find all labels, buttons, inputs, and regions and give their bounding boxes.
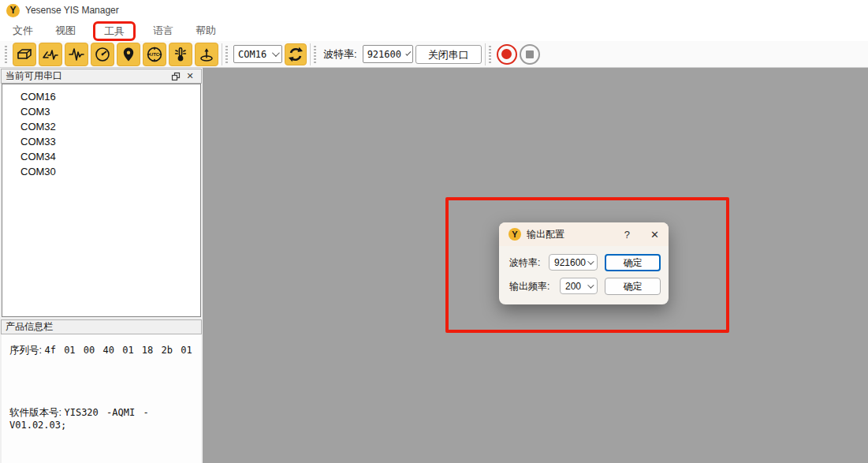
output-frequency-label: 输出频率: <box>509 278 549 295</box>
record-circle-icon[interactable] <box>497 44 517 65</box>
record-dot <box>501 49 512 59</box>
product-info-area: 序列号: 4f 01 00 40 01 18 2b 01 软件版本号: YIS3… <box>2 334 201 463</box>
left-dock-panel: 当前可用串口 ✕ COM16 COM3 COM32 COM33 COM34 CO… <box>0 68 203 463</box>
chevron-down-icon <box>587 258 594 264</box>
close-icon[interactable]: ✕ <box>183 70 197 83</box>
stop-square-icon[interactable] <box>520 44 540 65</box>
dialog-title: 输出配置 <box>527 228 624 241</box>
confirm-baud-button[interactable]: 确定 <box>605 254 661 271</box>
baud-rate-label: 波特率: <box>509 254 540 271</box>
baud-rate-row: 波特率: 921600 确定 <box>499 254 669 271</box>
menu-item-language[interactable]: 语言 <box>148 21 178 40</box>
port-list-item[interactable]: COM33 <box>2 134 200 149</box>
window-title: Yesense YIS Manager <box>25 5 119 16</box>
menu-item-view[interactable]: 视图 <box>50 21 80 40</box>
waveform-icon[interactable] <box>65 43 88 66</box>
ports-panel-header: 当前可用串口 ✕ <box>1 69 202 84</box>
utc-clock-icon[interactable]: UTC <box>143 43 166 66</box>
yesense-logo-icon: Y <box>6 4 20 17</box>
location-pin-icon[interactable] <box>117 43 140 66</box>
info-panel-title: 产品信息栏 <box>6 320 197 334</box>
menu-item-help[interactable]: 帮助 <box>191 21 221 40</box>
content-area: 当前可用串口 ✕ COM16 COM3 COM32 COM33 COM34 CO… <box>0 68 868 463</box>
serial-port-list: COM16 COM3 COM32 COM33 COM34 COM30 <box>2 84 201 317</box>
menu-bar: 文件 视图 工具 语言 帮助 <box>0 21 868 41</box>
info-panel-header: 产品信息栏 <box>1 319 202 334</box>
gauge-icon[interactable] <box>91 43 114 66</box>
baud-rate-label: 波特率: <box>323 47 357 62</box>
output-config-dialog: Y 输出配置 ? ✕ 波特率: 921600 确定 输出频率: 200 确定 <box>499 222 669 304</box>
3d-box-icon[interactable] <box>13 43 36 66</box>
toolbar-group-baud: 波特率: 921600 关闭串口 <box>311 41 485 67</box>
menu-item-tools[interactable]: 工具 <box>99 23 129 39</box>
baud-rate-select[interactable]: 921600 <box>363 45 413 63</box>
com-port-select[interactable]: COM16 <box>233 45 282 63</box>
stop-square <box>526 50 534 58</box>
chevron-down-icon <box>587 282 594 288</box>
title-bar: Y Yesense YIS Manager <box>0 0 868 21</box>
chevron-down-icon <box>272 49 280 57</box>
output-frequency-row: 输出频率: 200 确定 <box>499 278 669 295</box>
menu-item-file[interactable]: 文件 <box>8 21 38 40</box>
toolbar-drag-handle[interactable] <box>314 46 316 63</box>
attitude-waveform-icon[interactable] <box>39 43 62 66</box>
software-version-label: 软件版本号: <box>9 407 61 418</box>
toolbar-drag-handle[interactable] <box>5 46 7 63</box>
thermometer-icon[interactable] <box>169 43 192 66</box>
dialog-title-bar: Y 输出配置 ? ✕ <box>499 222 669 246</box>
ports-panel-title: 当前可用串口 <box>6 69 169 83</box>
chevron-down-icon <box>405 50 411 56</box>
serial-number-label: 序列号: <box>9 345 42 356</box>
float-window-icon[interactable] <box>169 70 183 83</box>
svg-text:UTC: UTC <box>150 52 160 57</box>
toolbar-drag-handle[interactable] <box>225 46 228 63</box>
serial-number-value: 4f 01 00 40 01 18 2b 01 <box>44 345 192 356</box>
close-icon[interactable]: ✕ <box>650 229 659 241</box>
serial-number-row: 序列号: 4f 01 00 40 01 18 2b 01 <box>9 344 201 357</box>
toolbar-group-record <box>486 41 543 67</box>
port-list-item[interactable]: COM32 <box>2 119 200 134</box>
sync-arrows-icon[interactable] <box>285 43 307 65</box>
baud-rate-select[interactable]: 921600 <box>549 254 598 271</box>
software-version-row: 软件版本号: YIS320 -AQMI -V01.02.03; <box>9 406 201 431</box>
help-icon[interactable]: ? <box>624 229 630 241</box>
app-window: Y Yesense YIS Manager 文件 视图 工具 语言 帮助 <box>0 0 868 463</box>
port-list-item[interactable]: COM34 <box>2 149 200 164</box>
toolbar: UTC COM16 <box>0 41 868 68</box>
port-list-item[interactable]: COM3 <box>2 104 200 119</box>
confirm-frequency-button[interactable]: 确定 <box>605 278 661 295</box>
output-frequency-select[interactable]: 200 <box>560 278 598 294</box>
toolbar-group-views: UTC <box>2 41 222 67</box>
toolbar-drag-handle[interactable] <box>489 46 491 63</box>
annotation-box-tools-menu: 工具 <box>93 21 136 41</box>
port-list-item[interactable]: COM30 <box>2 164 200 179</box>
port-list-item[interactable]: COM16 <box>2 89 200 104</box>
orientation-3d-icon[interactable] <box>195 43 218 66</box>
yesense-logo-icon: Y <box>509 228 521 241</box>
toolbar-group-port: COM16 <box>222 41 310 67</box>
close-serial-port-button[interactable]: 关闭串口 <box>415 45 482 64</box>
